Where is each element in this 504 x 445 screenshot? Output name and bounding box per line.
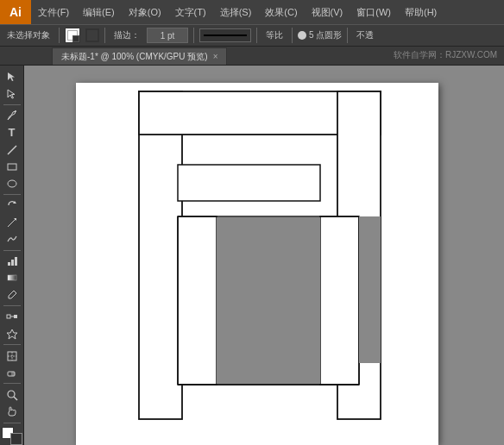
svg-rect-12 [8,275,16,280]
svg-rect-25 [139,91,182,419]
svg-rect-38 [359,216,381,363]
toolbar-sep-2 [104,28,105,43]
opacity-label: 不透 [353,28,377,43]
svg-rect-11 [15,257,17,266]
point-circle [298,31,306,40]
svg-rect-29 [178,216,217,385]
tab-title: 未标题-1* @ 100% (CMYK/GPU 预览) [61,51,208,63]
ellipse-tool-btn[interactable] [2,175,22,191]
svg-point-2 [15,110,16,112]
line-tool-btn[interactable] [2,141,22,158]
svg-marker-1 [8,90,15,98]
svg-point-5 [8,180,16,187]
svg-rect-22 [11,372,15,376]
app-logo: Ai [0,0,31,24]
point-label: 5 点圆形 [309,29,342,41]
tool-divider-4 [3,305,21,306]
svg-point-23 [8,391,15,398]
toolbar-sep-1 [59,28,60,43]
menu-help[interactable]: 帮助(H) [398,0,444,24]
selection-tool-btn[interactable] [2,69,22,85]
toolbar-sep-5 [292,28,293,43]
menu-object[interactable]: 对象(O) [122,0,168,24]
canvas-area [24,66,504,445]
toolbar: 未选择对象 描边： 等比 5 点圆形 不透 [0,24,504,47]
svg-rect-9 [8,262,10,266]
shape-tool-btn[interactable] [2,159,22,175]
gradient-tool-btn[interactable] [2,270,22,286]
type-tool-btn[interactable]: T [2,125,22,141]
svg-line-13 [14,291,16,293]
ratio-label: 等比 [262,28,287,43]
tool-divider-5 [3,344,21,345]
toolbar-sep-3 [193,28,194,43]
watermark: 软件自学网：RJZXW.COM [394,46,504,65]
menu-effect[interactable]: 效果(C) [258,0,304,24]
hand-tool-btn[interactable] [2,404,22,420]
eraser-tool-btn[interactable] [2,365,22,381]
menu-view[interactable]: 视图(V) [305,0,350,24]
tool-divider-6 [3,383,21,384]
document-tab[interactable]: 未标题-1* @ 100% (CMYK/GPU 预览) × [52,47,227,65]
tab-bar: 未标题-1* @ 100% (CMYK/GPU 预览) × 软件自学网：RJZX… [0,47,504,66]
svg-rect-14 [7,315,10,318]
tool-divider-2 [3,194,21,195]
pen-tool-btn[interactable] [2,108,22,124]
main-area: T [0,66,504,445]
svg-rect-4 [8,164,16,170]
point-shape-area: 5 点圆形 [298,29,342,41]
fill-color-box[interactable] [65,28,80,43]
menu-select[interactable]: 选择(S) [213,0,259,24]
svg-rect-37 [217,217,320,384]
stroke-preview [199,28,251,42]
svg-line-24 [14,397,17,400]
tool-divider-3 [3,250,21,251]
canvas-wrapper [24,66,504,445]
rotate-tool-btn[interactable] [2,197,22,214]
svg-rect-15 [14,315,17,318]
stroke-color-box[interactable] [85,28,99,42]
scale-tool-btn[interactable] [2,214,22,230]
menu-text[interactable]: 文字(T) [168,0,213,24]
tool-divider-7 [3,423,21,423]
tool-divider-1 [3,104,21,105]
menu-window[interactable]: 窗口(W) [350,0,398,24]
stroke-label: 描边： [110,28,143,43]
no-selection-label: 未选择对象 [3,28,54,43]
zoom-tool-btn[interactable] [2,386,22,403]
symbol-tool-btn[interactable] [2,326,22,342]
stroke-box [10,433,22,445]
svg-marker-17 [7,329,17,339]
svg-marker-0 [8,72,15,81]
slice-tool-btn[interactable] [2,348,22,364]
fill-stroke-indicator[interactable] [2,427,22,444]
tab-close-btn[interactable]: × [213,52,218,61]
menu-file[interactable]: 文件(F) [31,0,76,24]
menu-bar: Ai 文件(F) 编辑(E) 对象(O) 文字(T) 选择(S) 效果(C) 视… [0,0,504,24]
stroke-input[interactable] [147,28,188,43]
svg-line-3 [8,146,16,154]
blend-tool-btn[interactable] [2,309,22,325]
toolbar-sep-6 [347,28,348,43]
warp-tool-btn[interactable] [2,231,22,248]
graph-tool-btn[interactable] [2,254,22,270]
svg-rect-28 [178,165,320,201]
canvas-svg [24,66,504,445]
stroke-line [204,34,247,36]
direct-selection-tool-btn[interactable] [2,86,22,103]
svg-rect-10 [11,260,14,266]
svg-rect-31 [320,216,359,385]
eyedropper-tool-btn[interactable] [2,287,22,304]
toolbox: T [0,66,24,445]
toolbar-sep-4 [256,28,257,43]
menu-edit[interactable]: 编辑(E) [76,0,122,24]
